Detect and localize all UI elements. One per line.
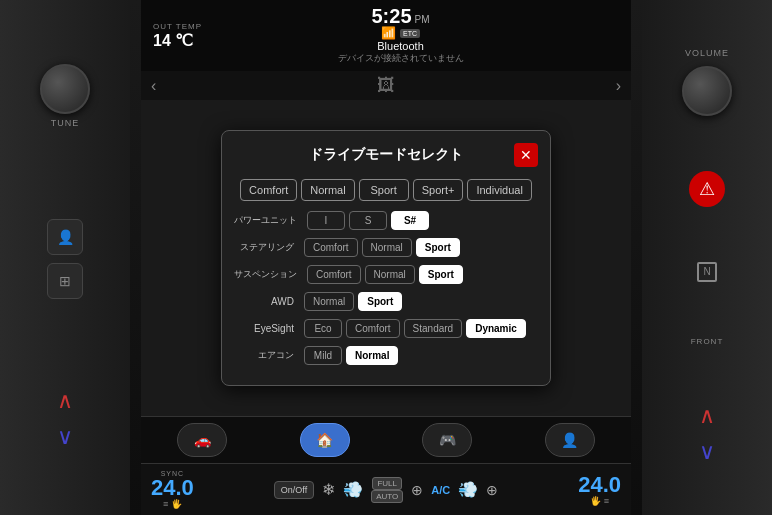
right-temp-value: 24.0 (578, 474, 621, 496)
nfc-icon: N (697, 262, 717, 282)
eyesight-row: EyeSight Eco Comfort Standard Dynamic (234, 319, 538, 338)
mode-normal[interactable]: Normal (301, 179, 354, 201)
audio-source: Bluetooth (377, 40, 423, 52)
ac-label: エアコン (234, 349, 294, 362)
steering-comfort-btn[interactable]: Comfort (304, 238, 358, 257)
eyesight-label: EyeSight (234, 323, 294, 334)
climate-controls: On/Off ❄ 💨 FULL AUTO ⊕ A/C 💨 ⊕ (274, 477, 498, 503)
mode-sport-plus[interactable]: Sport+ (413, 179, 464, 201)
steering-label: ステアリング (234, 241, 294, 254)
status-left: OUT TEMP 14 ℃ (153, 22, 202, 50)
modal-title: ドライブモードセレクト (258, 146, 514, 164)
power-i-btn[interactable]: I (307, 211, 345, 230)
tab-apps[interactable]: 🎮 (422, 423, 472, 457)
power-s-btn[interactable]: S (349, 211, 387, 230)
modal-header: ドライブモードセレクト ✕ (234, 143, 538, 167)
awd-sport-btn[interactable]: Sport (358, 292, 402, 311)
mode-sport[interactable]: Sport (359, 179, 409, 201)
main-screen: OUT TEMP 14 ℃ 5:25 PM 📶 ETC Bluetooth デバ… (141, 0, 631, 515)
eyesight-standard-btn[interactable]: Standard (404, 319, 463, 338)
status-bar: OUT TEMP 14 ℃ 5:25 PM 📶 ETC Bluetooth デバ… (141, 0, 631, 71)
power-unit-row: パワーユニット I S S# (234, 211, 538, 230)
climate-bar: SYNC 24.0 ≡ 🖐 On/Off ❄ 💨 FULL AUTO ⊕ A/C… (141, 463, 631, 515)
time-display: 5:25 (372, 6, 412, 26)
left-side-btn-1[interactable]: 👤 (47, 219, 83, 255)
ac-mild-btn[interactable]: Mild (304, 346, 342, 365)
tab-car[interactable]: 🚗 (177, 423, 227, 457)
ac-row: エアコン Mild Normal (234, 346, 538, 365)
nav-bar: ‹ 🖼 › (141, 71, 631, 100)
steering-row: ステアリング Comfort Normal Sport (234, 238, 538, 257)
nav-prev[interactable]: ‹ (151, 77, 156, 95)
left-temp-value: 24.0 (151, 477, 194, 499)
status-center: 5:25 PM 📶 ETC Bluetooth デバイスが接続されていません (338, 6, 464, 65)
steering-sport-btn[interactable]: Sport (416, 238, 460, 257)
onoff-button[interactable]: On/Off (274, 481, 314, 499)
warning-button[interactable]: ⚠ (689, 171, 725, 207)
suspension-label: サスペンション (234, 268, 297, 281)
nav-next[interactable]: › (616, 77, 621, 95)
tab-home[interactable]: 🏠 (300, 423, 350, 457)
bottom-tabs: 🚗 🏠 🎮 👤 (141, 416, 631, 463)
tune-label: TUNE (51, 118, 80, 128)
screen-content: ドライブモードセレクト ✕ Comfort Normal Sport Sport… (141, 100, 631, 416)
left-arrow-down[interactable]: ∨ (50, 422, 80, 452)
tune-knob[interactable] (40, 64, 90, 114)
etc-badge: ETC (400, 29, 420, 38)
awd-label: AWD (234, 296, 294, 307)
mode-individual[interactable]: Individual (467, 179, 531, 201)
car-background: TUNE 👤 ⊞ ∧ ∨ VOLUME ⚠ N (0, 0, 772, 515)
right-temp: 24.0 🖐 ≡ (578, 474, 621, 506)
right-arrow-down[interactable]: ∨ (692, 437, 722, 467)
status-right (599, 26, 619, 46)
ac-button[interactable]: A/C (431, 484, 450, 496)
suspension-normal-btn[interactable]: Normal (365, 265, 415, 284)
suspension-comfort-btn[interactable]: Comfort (307, 265, 361, 284)
tab-user[interactable]: 👤 (545, 423, 595, 457)
modal-close-button[interactable]: ✕ (514, 143, 538, 167)
mode-comfort[interactable]: Comfort (240, 179, 297, 201)
left-side-btn-2[interactable]: ⊞ (47, 263, 83, 299)
suspension-sport-btn[interactable]: Sport (419, 265, 463, 284)
suspension-row: サスペンション Comfort Normal Sport (234, 265, 538, 284)
eyesight-eco-btn[interactable]: Eco (304, 319, 342, 338)
left-panel: TUNE 👤 ⊞ ∧ ∨ (0, 0, 130, 515)
top-mode-buttons: Comfort Normal Sport Sport+ Individual (234, 179, 538, 201)
awd-row: AWD Normal Sport (234, 292, 538, 311)
temperature-value: 14 ℃ (153, 31, 202, 50)
power-unit-label: パワーユニット (234, 214, 297, 227)
eyesight-comfort-btn[interactable]: Comfort (346, 319, 400, 338)
awd-normal-btn[interactable]: Normal (304, 292, 354, 311)
eyesight-dynamic-btn[interactable]: Dynamic (466, 319, 526, 338)
front-label: FRONT (691, 337, 724, 346)
auto-badge-2: AUTO (371, 490, 403, 503)
out-temp-label: OUT TEMP (153, 22, 202, 31)
drive-mode-modal: ドライブモードセレクト ✕ Comfort Normal Sport Sport… (221, 130, 551, 386)
bt-status: デバイスが接続されていません (338, 52, 464, 65)
steering-normal-btn[interactable]: Normal (362, 238, 412, 257)
power-s#-btn[interactable]: S# (391, 211, 429, 230)
left-arrow-up[interactable]: ∧ (50, 386, 80, 416)
right-arrow-up[interactable]: ∧ (692, 401, 722, 431)
ac-normal-btn[interactable]: Normal (346, 346, 398, 365)
right-panel: VOLUME ⚠ N FRONT ∧ ∨ (642, 0, 772, 515)
left-temp: SYNC 24.0 ≡ 🖐 (151, 470, 194, 509)
volume-label: VOLUME (685, 48, 729, 58)
auto-badge: FULL (372, 477, 402, 490)
time-suffix: PM (415, 14, 430, 25)
volume-knob[interactable] (682, 66, 732, 116)
